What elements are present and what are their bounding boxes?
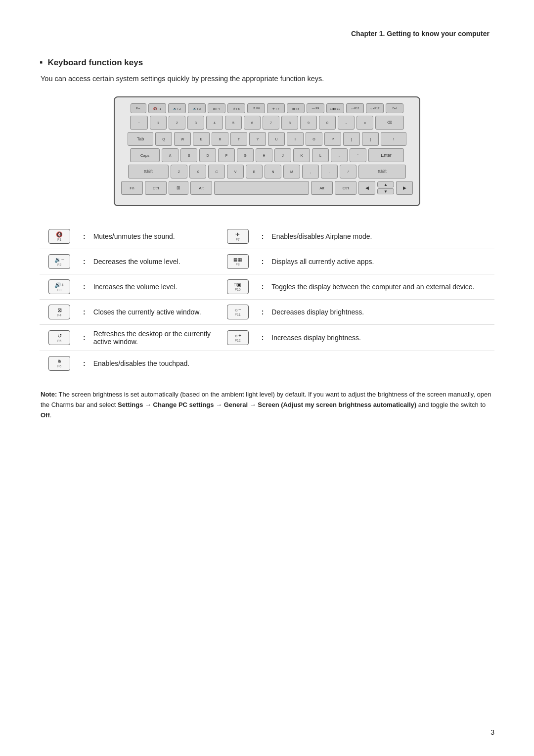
note-label: Note: <box>41 391 57 398</box>
fkey-f10-icon: □▣ F10 <box>227 279 249 294</box>
f7-label: F7 <box>236 238 240 241</box>
f1-label: F1 <box>57 238 61 241</box>
fkey-f10-desc: Toggles the display between the computer… <box>267 274 494 300</box>
key-8: 8 <box>281 116 298 130</box>
key-f2: 🔉 F2 <box>168 103 186 113</box>
section-intro: You can access certain system settings q… <box>41 75 494 83</box>
key-ctrl-r: Ctrl <box>335 181 356 195</box>
key-a: A <box>162 148 178 162</box>
page: Chapter 1. Getting to know your computer… <box>0 0 534 450</box>
key-y: Y <box>249 132 266 146</box>
fkey-f5-icon: ↺ F5 <box>48 330 70 345</box>
f2-symbol: 🔉− <box>54 257 64 263</box>
key-f3: 🔊 F3 <box>188 103 206 113</box>
note-off-bold: Off <box>41 411 50 419</box>
key-e: E <box>193 132 210 146</box>
key-m: M <box>283 165 300 178</box>
key-j: J <box>274 148 291 162</box>
keyboard-row-num: ~ 1 2 3 4 5 6 7 8 9 0 - = ⌫ <box>120 116 414 130</box>
key-lshift: Shift <box>128 165 169 178</box>
key-d: D <box>199 148 216 162</box>
f10-label: F10 <box>235 288 241 291</box>
key-alt-l: Alt <box>190 181 212 195</box>
key-k: K <box>293 148 310 162</box>
fkey-f2-icon: 🔉− F2 <box>48 254 70 269</box>
f12-symbol: ☼+ <box>234 333 241 338</box>
key-f10: □▣F10 <box>326 103 344 113</box>
key-2: 2 <box>169 116 185 130</box>
key-quote: ' <box>350 148 366 162</box>
fkey-f7-desc: Enables/disables Airplane mode. <box>267 224 494 249</box>
key-7: 7 <box>263 116 279 130</box>
fkey-f6-icon-cell: 🖱 F6 <box>40 351 79 376</box>
key-alt-r: Alt <box>311 181 333 195</box>
f7-symbol: ✈ <box>235 232 240 237</box>
key-z: Z <box>171 165 187 178</box>
key-h: H <box>256 148 272 162</box>
note-arrow-1: → <box>143 401 153 408</box>
key-l: L <box>312 148 329 162</box>
fkey-f3-icon-cell: 🔊+ F3 <box>40 274 79 300</box>
keyboard-row-zxcv: Shift Z X C V B N M , . / Shift <box>120 165 414 178</box>
fkey-f3-icon: 🔊+ F3 <box>48 279 70 294</box>
fkey-f10-icon-cell: □▣ F10 <box>218 274 258 300</box>
key-t: T <box>230 132 247 146</box>
f8-symbol: ▦▦ <box>233 258 242 262</box>
f12-label: F12 <box>235 339 241 342</box>
f2-label: F2 <box>57 263 61 267</box>
key-f5: ↺ F5 <box>227 103 245 113</box>
key-f6: 🖱 F6 <box>247 103 265 113</box>
key-updown: ▲ ▼ <box>377 181 394 195</box>
key-semicolon: ; <box>331 148 348 162</box>
fkey-f8-desc: Displays all currently active apps. <box>267 249 494 274</box>
key-6: 6 <box>244 116 261 130</box>
key-backslash: \ <box>381 132 406 146</box>
key-tilde: ~ <box>130 116 148 130</box>
key-9: 9 <box>300 116 317 130</box>
note-change-pc-bold: Change PC settings <box>153 401 214 408</box>
fkey-f4-icon-cell: ⊠ F4 <box>40 300 79 325</box>
function-keys-table: 🔇 F1 : Mutes/unmutes the sound. ✈ F7 : E… <box>40 224 494 376</box>
fkey-row-f1-f7: 🔇 F1 : Mutes/unmutes the sound. ✈ F7 : E… <box>40 224 494 249</box>
key-backspace: ⌫ <box>375 116 404 130</box>
fkey-f7-icon-cell: ✈ F7 <box>218 224 258 249</box>
fkey-f2-desc: Decreases the volume level. <box>89 249 218 274</box>
f11-label: F11 <box>235 313 241 316</box>
f10-symbol: □▣ <box>234 283 241 287</box>
fkey-f11-desc: Decreases display brightness. <box>267 300 494 325</box>
key-0: 0 <box>319 116 336 130</box>
fkey-row-f3-f10: 🔊+ F3 : Increases the volume level. □▣ F… <box>40 274 494 300</box>
fkey-f6-colon: : <box>79 351 89 376</box>
key-s: S <box>180 148 197 162</box>
f5-label: F5 <box>57 339 61 343</box>
key-right: ▶ <box>396 181 413 195</box>
key-esc: Esc <box>131 103 146 113</box>
key-enter: Enter <box>368 148 404 162</box>
key-lbracket: [ <box>343 132 360 146</box>
key-u: U <box>268 132 285 146</box>
key-f: F <box>218 148 235 162</box>
key-1: 1 <box>150 116 167 130</box>
key-p: P <box>324 132 341 146</box>
key-f4: ⊠ F4 <box>208 103 225 113</box>
fkey-f12-colon: : <box>258 325 268 351</box>
fkey-row-f2-f8: 🔉− F2 : Decreases the volume level. ▦▦ F… <box>40 249 494 274</box>
f4-symbol: ⊠ <box>57 308 62 313</box>
fkey-f4-desc: Closes the currently active window. <box>89 300 218 325</box>
fkey-f1-colon: : <box>79 224 89 249</box>
fkey-f5-colon: : <box>79 325 89 351</box>
fkey-f7-colon: : <box>258 224 268 249</box>
fkey-row-f5-f12: ↺ F5 : Refreshes the desktop or the curr… <box>40 325 494 351</box>
fkey-f4-colon: : <box>79 300 89 325</box>
key-5: 5 <box>225 116 242 130</box>
f8-label: F8 <box>236 263 240 266</box>
f6-label: F6 <box>57 364 61 368</box>
key-o: O <box>306 132 322 146</box>
fkey-f2-icon-cell: 🔉− F2 <box>40 249 79 274</box>
keyboard-row-asdf: Caps A S D F G H J K L ; ' Enter <box>120 148 414 162</box>
key-slash: / <box>340 165 356 178</box>
page-number: 3 <box>490 728 494 736</box>
key-minus: - <box>338 116 355 130</box>
note-screen-bold: Screen (Adjust my screen brightness auto… <box>258 401 416 408</box>
key-tab: Tab <box>128 132 153 146</box>
